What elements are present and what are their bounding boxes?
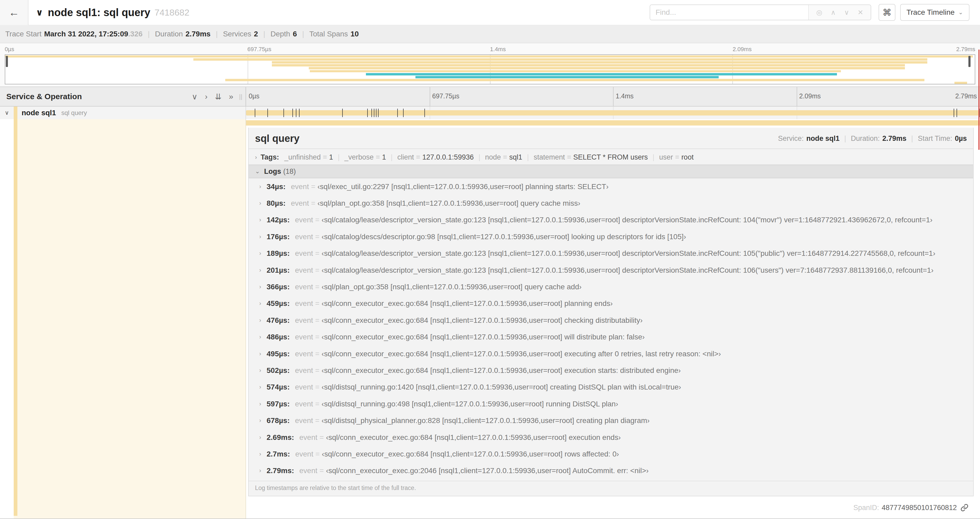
clear-find-icon[interactable]: ✕	[853, 8, 867, 17]
expand-all-icon[interactable]: »	[225, 92, 237, 101]
chevron-right-icon[interactable]: ›	[259, 284, 267, 291]
chevron-right-icon[interactable]: ›	[259, 317, 267, 324]
log-marker-tick[interactable]	[378, 109, 379, 117]
chevron-right-icon[interactable]: ›	[259, 467, 267, 474]
log-row[interactable]: ›366µs:event=‹sql/plan_opt.go:358 [nsql1…	[249, 278, 973, 295]
chevron-right-icon[interactable]: ›	[259, 233, 267, 240]
chevron-right-icon[interactable]: ›	[259, 401, 267, 407]
log-marker-tick[interactable]	[403, 109, 404, 117]
chevron-right-icon[interactable]: ›	[259, 334, 267, 340]
span-duration-bar[interactable]	[246, 110, 980, 115]
prev-match-icon[interactable]: ∧	[826, 8, 840, 17]
log-row[interactable]: ›459µs:event=‹sql/conn_executor_exec.go:…	[249, 295, 973, 312]
span-detail-meta: Service:node sql1|Duration:2.79ms|Start …	[778, 134, 967, 143]
logs-section-header[interactable]: ⌄ Logs (18)	[249, 164, 973, 178]
log-row[interactable]: ›495µs:event=‹sql/conn_executor_exec.go:…	[249, 345, 973, 362]
ruler-tick-line	[613, 87, 614, 106]
chevron-right-icon[interactable]: ›	[259, 417, 267, 424]
column-resize-grip[interactable]: ||	[239, 93, 242, 100]
log-row[interactable]: ›80µs:event=‹sql/plan_opt.go:358 [nsql1,…	[249, 195, 973, 211]
chevron-right-icon[interactable]: ›	[259, 183, 267, 190]
log-marker-tick[interactable]	[293, 109, 293, 117]
log-field-key: event	[295, 283, 313, 291]
tag-equals: =	[567, 153, 571, 161]
span-row[interactable]: ∨ node sql1 sql query	[0, 107, 980, 119]
log-marker-tick[interactable]	[255, 109, 255, 117]
log-field-equals: =	[315, 450, 320, 458]
log-row[interactable]: ›597µs:event=‹sql/distsql_running.go:498…	[249, 396, 973, 412]
log-row[interactable]: ›486µs:event=‹sql/conn_executor_exec.go:…	[249, 329, 973, 345]
log-marker-tick[interactable]	[367, 109, 368, 117]
collapse-one-icon[interactable]: ∨	[188, 92, 201, 101]
log-marker-tick[interactable]	[376, 109, 377, 117]
back-button[interactable]: ←	[0, 0, 29, 25]
log-field-equals: =	[315, 333, 319, 341]
chevron-right-icon[interactable]: ›	[259, 217, 267, 224]
time-guide-line	[978, 50, 980, 150]
log-field-equals: =	[315, 283, 319, 291]
viewport-scrubber-right[interactable]	[969, 56, 970, 67]
separator: |	[652, 153, 654, 161]
log-marker-tick[interactable]	[956, 109, 957, 117]
separator: |	[911, 134, 913, 143]
log-timestamp: 366µs:	[267, 283, 290, 291]
log-marker-tick[interactable]	[267, 109, 268, 117]
top-bar: ← ∨ node sql1: sql query 7418682 ◎ ∧ ∨ ✕…	[0, 0, 980, 25]
log-row[interactable]: ›502µs:event=‹sql/conn_executor_exec.go:…	[249, 362, 973, 379]
log-marker-tick[interactable]	[397, 109, 398, 117]
chevron-down-icon: ⌄	[958, 9, 963, 16]
collapse-all-icon[interactable]: ⇊	[211, 92, 225, 101]
log-field-key: event	[295, 333, 313, 341]
log-marker-tick[interactable]	[296, 109, 296, 117]
log-field-equals: =	[320, 466, 324, 475]
log-marker-tick[interactable]	[342, 109, 343, 117]
log-row[interactable]: ›2.69ms:event=‹sql/conn_executor_exec.go…	[249, 429, 973, 446]
log-row[interactable]: ›176µs:event=‹sql/catalog/descs/descript…	[249, 228, 973, 245]
log-row[interactable]: ›189µs:event=‹sql/catalog/lease/descript…	[249, 245, 973, 262]
log-marker-tick[interactable]	[371, 109, 372, 117]
viewport-scrubber-left[interactable]	[6, 56, 8, 67]
log-row[interactable]: ›201µs:event=‹sql/catalog/lease/descript…	[249, 262, 973, 278]
minimap-canvas[interactable]	[5, 54, 975, 85]
chevron-down-icon[interactable]: ∨	[0, 109, 14, 116]
summary-item: Trace StartMarch 31 2022, 17:25:09.326	[5, 30, 143, 38]
chevron-right-icon[interactable]: ›	[259, 350, 267, 357]
log-field-key: event	[295, 366, 313, 375]
chevron-right-icon[interactable]: ›	[259, 367, 267, 374]
chevron-right-icon[interactable]: ›	[259, 434, 267, 441]
next-match-icon[interactable]: ∨	[840, 8, 853, 17]
chevron-down-icon[interactable]: ∨	[36, 7, 43, 18]
chevron-right-icon[interactable]: ›	[259, 200, 267, 207]
log-marker-tick[interactable]	[374, 109, 374, 117]
view-selector-label: Trace Timeline	[907, 8, 955, 17]
log-row[interactable]: ›574µs:event=‹sql/distsql_running.go:142…	[249, 379, 973, 396]
find-input[interactable]	[650, 5, 808, 20]
chevron-right-icon[interactable]: ›	[255, 154, 257, 161]
log-marker-tick[interactable]	[954, 109, 954, 117]
chevron-right-icon[interactable]: ›	[259, 451, 267, 458]
tags-row[interactable]: › Tags: _unfinished=1|_verbose=1|client=…	[249, 149, 973, 164]
separator: |	[479, 153, 480, 161]
log-field-value: ‹sql/conn_executor_exec.go:684 [nsql1,cl…	[326, 433, 620, 442]
log-row[interactable]: ›2.7ms:event=‹sql/conn_executor_exec.go:…	[249, 446, 973, 462]
log-row[interactable]: ›2.79ms:event=‹sql/conn_executor_exec.go…	[249, 463, 973, 479]
log-row[interactable]: ›476µs:event=‹sql/conn_executor_exec.go:…	[249, 312, 973, 329]
chevron-right-icon[interactable]: ›	[259, 300, 267, 307]
log-row[interactable]: ›34µs:event=‹sql/exec_util.go:2297 [nsql…	[249, 178, 973, 195]
span-bar-cell[interactable]	[246, 107, 980, 119]
log-marker-tick[interactable]	[425, 109, 425, 117]
view-selector-button[interactable]: Trace Timeline ⌄	[900, 4, 969, 21]
log-row[interactable]: ›678µs:event=‹sql/distsql_physical_plann…	[249, 412, 973, 429]
log-row[interactable]: ›142µs:event=‹sql/catalog/lease/descript…	[249, 212, 973, 228]
locate-icon[interactable]: ◎	[812, 8, 826, 17]
tags-label: Tags:	[261, 153, 279, 161]
chevron-right-icon[interactable]: ›	[259, 267, 267, 274]
chevron-right-icon[interactable]: ›	[259, 250, 267, 257]
top-bar-actions: ◎ ∧ ∨ ✕ ⌘ Trace Timeline ⌄	[650, 4, 969, 21]
log-marker-tick[interactable]	[299, 109, 299, 117]
expand-one-icon[interactable]: ›	[201, 92, 211, 101]
chevron-right-icon[interactable]: ›	[259, 384, 267, 391]
keyboard-shortcuts-button[interactable]: ⌘	[878, 4, 896, 21]
log-marker-tick[interactable]	[283, 109, 284, 117]
link-icon[interactable]	[961, 504, 969, 512]
